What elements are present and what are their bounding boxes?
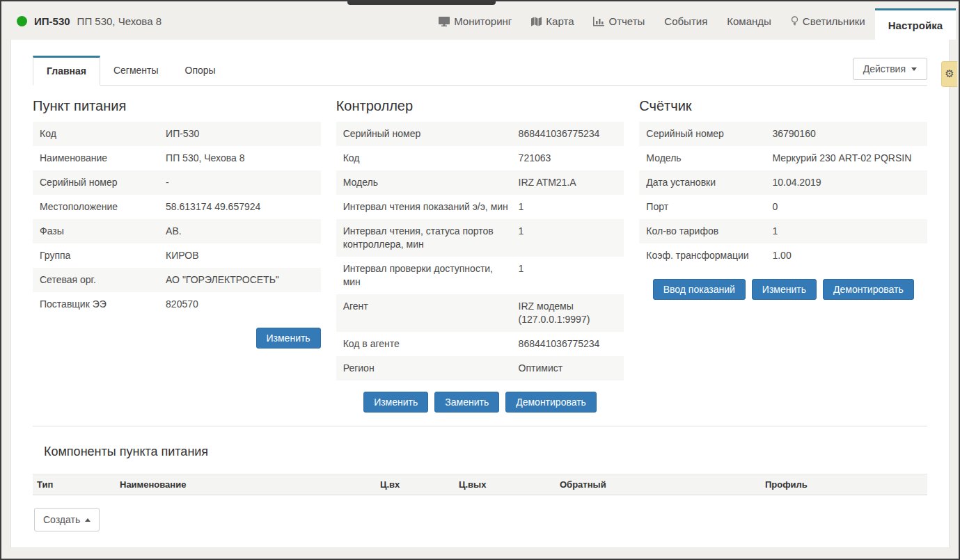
nav-item-label: Мониторинг (454, 15, 512, 27)
power-point-title: Пункт питания (33, 98, 321, 114)
nav-item-settings[interactable]: Настройка (875, 8, 956, 40)
top-navigation: Мониторинг Карта Отчеты События Команды … (429, 3, 957, 40)
table-row: РегионОптимист (336, 356, 624, 381)
column-header-profile: Профиль (761, 474, 927, 495)
actions-dropdown-button[interactable]: Действия (853, 58, 927, 80)
settings-gear-button[interactable]: ⚙ (941, 61, 957, 87)
controller-dismount-button[interactable]: Демонтировать (505, 392, 597, 413)
section-divider (33, 426, 927, 426)
nav-item-label: Настройка (888, 19, 943, 31)
create-button-label: Создать (43, 514, 80, 525)
components-title: Компоненты пункта питания (44, 445, 927, 459)
column-header-name: Наименование (116, 474, 376, 495)
monitor-icon (439, 17, 450, 26)
nav-item-map[interactable]: Карта (521, 3, 583, 40)
controller-title: Контроллер (336, 98, 624, 114)
table-row: ГруппаКИРОВ (33, 243, 321, 268)
table-row: ФазыAB. (33, 219, 321, 243)
table-row: Интервал чтения показаний э/э, мин1 (336, 195, 624, 219)
nav-item-label: Команды (727, 15, 771, 27)
create-dropdown-button[interactable]: Создать (34, 508, 100, 531)
table-row: КодИП-530 (33, 122, 321, 146)
table-row: Код в агенте868441036775234 (336, 332, 624, 356)
status-online-dot (17, 16, 27, 26)
table-row: Код721063 (336, 146, 624, 170)
components-table-header: Тип Наименование Ц.вх Ц.вых Обратный Про… (33, 474, 927, 495)
meter-edit-button[interactable]: Изменить (752, 279, 817, 300)
tab-segments[interactable]: Сегменты (100, 56, 172, 85)
nav-item-label: Карта (546, 15, 574, 27)
actions-button-label: Действия (863, 63, 906, 74)
table-row: АгентIRZ модемы (127.0.0.1:9997) (336, 294, 624, 332)
table-row: Серийный номер868441036775234 (336, 122, 624, 146)
meter-table: Серийный номер36790160 МодельМеркурий 23… (639, 122, 927, 268)
station-name: ПП 530, Чехова 8 (77, 15, 162, 27)
nav-item-events[interactable]: События (654, 3, 717, 40)
meter-section: Счётчик Серийный номер36790160 МодельМер… (639, 98, 927, 413)
table-row: МодельIRZ ATM21.A (336, 170, 624, 195)
nav-item-label: Светильники (803, 15, 865, 27)
table-row: Коэф. трансформации1.00 (639, 243, 927, 268)
nav-item-label: События (664, 15, 707, 27)
nav-item-label: Отчеты (608, 15, 645, 27)
controller-section: Контроллер Серийный номер868441036775234… (336, 98, 624, 413)
controller-replace-button[interactable]: Заменить (434, 392, 499, 413)
tabs-bar: Главная Сегменты Опоры Действия (33, 56, 927, 86)
bar-chart-icon (593, 17, 604, 26)
column-header-type: Тип (33, 474, 116, 495)
controller-edit-button[interactable]: Изменить (363, 392, 428, 413)
top-bar: ИП-530 ПП 530, Чехова 8 Мониторинг Карта… (3, 3, 957, 40)
table-row: Серийный номер36790160 (639, 122, 927, 146)
table-row: Дата установки10.04.2019 (639, 170, 927, 195)
tab-poles[interactable]: Опоры (172, 56, 229, 85)
info-columns: Пункт питания КодИП-530 НаименованиеПП 5… (33, 98, 927, 413)
controller-table: Серийный номер868441036775234 Код721063 … (336, 122, 624, 381)
tab-main[interactable]: Главная (33, 56, 100, 86)
station-info: ИП-530 ПП 530, Чехова 8 (3, 3, 162, 40)
column-header-input-circuit: Ц.вх (376, 474, 455, 495)
power-point-section: Пункт питания КодИП-530 НаименованиеПП 5… (33, 98, 321, 413)
components-section: Компоненты пункта питания Тип Наименован… (11, 445, 949, 531)
table-row: Серийный номер- (33, 170, 321, 195)
table-row: Местоположение58.613174 49.657924 (33, 195, 321, 219)
table-row: Интервал проверки доступности, мин1 (336, 257, 624, 294)
meter-title: Счётчик (639, 98, 927, 114)
table-row: НаименованиеПП 530, Чехова 8 (33, 146, 321, 170)
chevron-down-icon (911, 67, 917, 71)
power-point-edit-button[interactable]: Изменить (256, 328, 321, 349)
table-row: Поставщик ЭЭ820570 (33, 292, 321, 317)
column-header-output-circuit: Ц.вых (455, 474, 556, 495)
nav-item-reports[interactable]: Отчеты (583, 3, 654, 40)
top-edge-artifact (347, 1, 496, 5)
table-row: Интервал чтения, статуса портов контролл… (336, 219, 624, 257)
column-header-reverse: Обратный (556, 474, 761, 495)
nav-item-luminaires[interactable]: Светильники (781, 3, 875, 40)
table-row: Порт0 (639, 195, 927, 219)
meter-dismount-button[interactable]: Демонтировать (823, 279, 914, 300)
table-row: МодельМеркурий 230 ART-02 PQRSIN (639, 146, 927, 170)
nav-item-monitoring[interactable]: Мониторинг (429, 3, 521, 40)
power-point-table: КодИП-530 НаименованиеПП 530, Чехова 8 С… (33, 122, 321, 317)
meter-readings-button[interactable]: Ввод показаний (653, 279, 746, 300)
chevron-up-icon (85, 518, 91, 522)
map-icon (531, 17, 542, 26)
station-code: ИП-530 (34, 15, 70, 27)
table-row: Сетевая орг.АО "ГОРЭЛЕКТРОСЕТЬ" (33, 268, 321, 292)
gear-icon: ⚙ (945, 69, 954, 79)
main-panel: Главная Сегменты Опоры Действия Пункт пи… (10, 40, 950, 548)
table-row: Кол-во тарифов1 (639, 219, 927, 243)
bulb-icon (791, 16, 798, 26)
nav-item-commands[interactable]: Команды (717, 3, 781, 40)
